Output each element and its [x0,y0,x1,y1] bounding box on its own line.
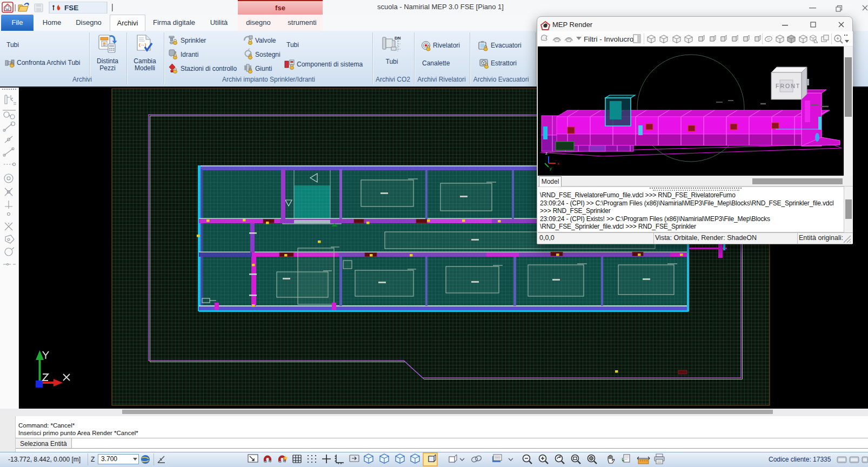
svg-text:z: z [545,151,547,156]
svg-text:FSE: FSE [64,4,78,12]
svg-text:FRONT: FRONT [776,83,800,89]
svg-text:x: x [557,161,559,166]
svg-text:y: y [550,166,552,171]
svg-text:(↔): (↔) [139,42,146,47]
svg-text:Filtri - Involucro: Filtri - Involucro [584,35,633,43]
